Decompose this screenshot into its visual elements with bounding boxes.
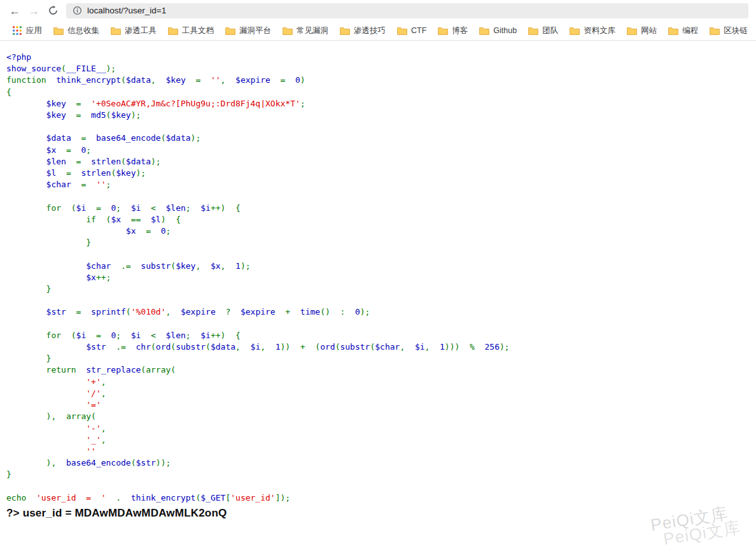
folder-icon [225, 27, 235, 35]
code-line: $char .= substr($key, $x, 1); [6, 260, 756, 272]
code-line: $x++; [6, 272, 756, 283]
bookmark-label: 资料文库 [584, 25, 615, 36]
bookmark-folder[interactable]: 编程 [662, 24, 704, 38]
bookmark-label: 漏洞平台 [239, 25, 271, 36]
code-line: $l = strlen($key); [6, 168, 756, 179]
bookmark-folder[interactable]: 网站 [621, 24, 662, 38]
folder-icon [397, 27, 407, 35]
forward-icon[interactable]: → [24, 1, 43, 20]
code-line: } [6, 353, 756, 364]
code-line: $x = 0; [6, 225, 756, 237]
bookmark-label: 常见漏洞 [297, 25, 328, 36]
bookmark-folder[interactable]: 信息收集 [48, 24, 105, 38]
code-line: $str = sprintf('%010d', $expire ? $expir… [6, 306, 756, 318]
folder-icon [528, 27, 538, 35]
back-icon[interactable]: ← [5, 1, 24, 20]
code-line: ), base64_encode($str)); [6, 457, 756, 469]
bookmark-label: 区块链 [724, 25, 748, 36]
bookmark-folder[interactable]: 博客 [432, 24, 473, 38]
code-line: show_source(__FILE__); [6, 63, 756, 75]
code-line: $key = '+0SeoAC#YR,Jm&c?[PhUg9u;:Drd8Fj4… [6, 98, 756, 110]
folder-icon [668, 27, 678, 35]
bookmark-folder[interactable]: 常见漏洞 [277, 24, 334, 38]
code-line [6, 481, 756, 492]
code-line: for ($i = 0; $i < $len; $i++) { [6, 203, 756, 214]
code-line: ), array( [6, 411, 756, 422]
code-line: } [6, 283, 756, 295]
apps-grid-icon [12, 25, 22, 36]
address-bar[interactable]: localhost/?user_id=1 [66, 3, 748, 18]
code-line: '' [6, 446, 756, 457]
bookmark-folder[interactable]: 工具文档 [162, 24, 220, 38]
bookmark-label: 应用 [26, 25, 42, 36]
bookmark-label: 团队 [542, 25, 558, 36]
bookmark-label: 编程 [682, 25, 698, 36]
code-line: <?php [6, 52, 756, 63]
code-line: '+', [6, 376, 756, 388]
bookmark-label: 信息收集 [67, 25, 99, 36]
code-line: { [6, 87, 756, 98]
php-output: ?> user_id = MDAwMDAwMDAwMLK2onQ [6, 507, 756, 520]
folder-icon [627, 27, 637, 35]
code-line [6, 190, 756, 202]
browser-toolbar: ← → localhost/?user_id=1 [0, 0, 756, 21]
bookmark-label: CTF [411, 26, 426, 35]
bookmark-apps[interactable]: 应用 [6, 24, 48, 38]
reload-icon-glyph [48, 5, 59, 16]
bookmark-folder[interactable]: 资料文库 [564, 24, 621, 38]
code-line: } [6, 237, 756, 248]
code-line [6, 121, 756, 132]
bookmark-label: Github [493, 26, 517, 35]
bookmark-folder[interactable]: 漏洞平台 [220, 24, 277, 38]
code-line: '-', [6, 423, 756, 434]
folder-icon [438, 27, 448, 35]
folder-icon [340, 27, 350, 35]
code-line: $char = ''; [6, 179, 756, 190]
php-source: <?phpshow_source(__FILE__);function thin… [6, 52, 756, 504]
bookmark-label: 工具文档 [182, 25, 214, 36]
code-line: '/', [6, 388, 756, 399]
folder-icon [168, 27, 178, 35]
code-line: $key = md5($key); [6, 110, 756, 121]
bookmark-folder[interactable]: 团队 [522, 24, 564, 38]
bookmark-label: 网站 [641, 25, 657, 36]
url-text[interactable]: localhost/?user_id=1 [87, 6, 166, 15]
folder-icon [710, 27, 720, 35]
page-content: <?phpshow_source(__FILE__);function thin… [0, 41, 756, 520]
folder-icon [570, 27, 580, 35]
browser-window: ← → localhost/?user_id=1 应用 [0, 0, 756, 520]
code-line: for ($i = 0; $i < $len; $i++) { [6, 330, 756, 341]
code-line: return str_replace(array( [6, 364, 756, 376]
code-line: } [6, 469, 756, 480]
folder-icon [283, 27, 293, 35]
folder-icon [111, 27, 121, 35]
watermark: PeiQi文库 [662, 517, 743, 549]
page-info-icon[interactable] [73, 6, 82, 15]
bookmarks-bar: 应用 信息收集渗透工具工具文档漏洞平台常见漏洞渗透技巧CTF博客Github团队… [0, 21, 756, 41]
code-line [6, 318, 756, 330]
bookmark-folder[interactable]: CTF [391, 24, 432, 37]
reload-icon[interactable] [43, 5, 62, 16]
code-line: $str .= chr(ord(substr($data, $i, 1)) + … [6, 341, 756, 353]
bookmark-label: 渗透工具 [125, 25, 157, 36]
folder-icon [479, 27, 489, 35]
code-line [6, 295, 756, 306]
bookmark-folder[interactable]: 渗透工具 [105, 24, 162, 38]
code-line: '=' [6, 399, 756, 411]
bookmark-folder[interactable]: Github [473, 24, 522, 37]
bookmark-folder[interactable]: 区块链 [704, 24, 753, 38]
bookmark-folder[interactable]: 渗透技巧 [334, 24, 391, 38]
code-line: function think_encrypt($data, $key = '',… [6, 75, 756, 86]
code-line: $x = 0; [6, 145, 756, 156]
code-line: if ($x == $l) { [6, 214, 756, 225]
code-line: '_', [6, 434, 756, 446]
bookmark-label: 渗透技巧 [354, 25, 386, 36]
folder-icon [53, 27, 64, 35]
code-line: $len = strlen($data); [6, 156, 756, 168]
code-line: echo 'user_id = ' . think_encrypt($_GET[… [6, 492, 756, 504]
bookmark-label: 博客 [452, 25, 468, 36]
code-line: $data = base64_encode($data); [6, 132, 756, 144]
code-line [6, 248, 756, 260]
